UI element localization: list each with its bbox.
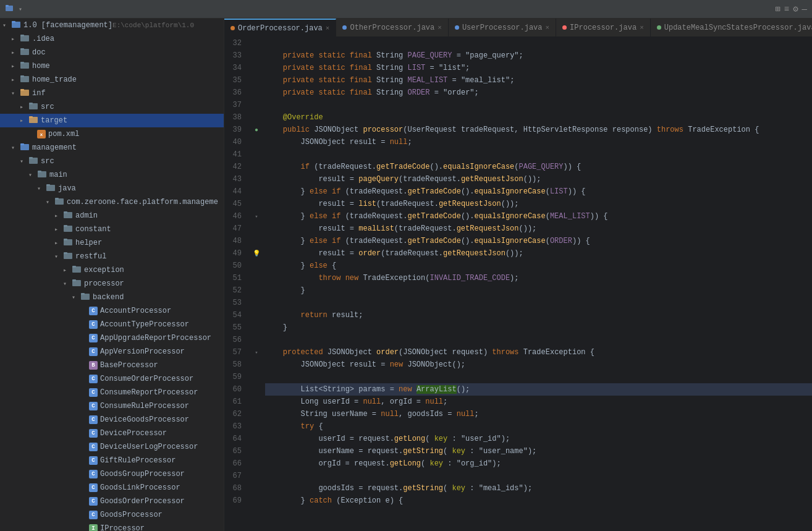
sidebar-item-DeviceUserLogProcessor[interactable]: CDeviceUserLogProcessor — [0, 440, 224, 454]
sidebar-item-processor[interactable]: ▾processor — [0, 277, 224, 291]
item-label-DeviceUserLogProcessor: DeviceUserLogProcessor — [100, 443, 198, 451]
sidebar-item-target[interactable]: ▸target — [0, 114, 224, 127]
gutter-cell — [250, 148, 263, 161]
gutter-cell — [250, 185, 263, 198]
item-label-mgmt_main: main — [49, 171, 67, 179]
sidebar-item-DeviceGoodsProcessor[interactable]: CDeviceGoodsProcessor — [0, 413, 224, 427]
code-line: public JSONObject processor(UserRequest … — [265, 124, 812, 136]
sidebar-item-GoodsProcessor[interactable]: CGoodsProcessor — [0, 508, 224, 522]
fold-icon[interactable]: ▾ — [255, 213, 258, 220]
class-icon: C — [89, 470, 98, 478]
sidebar-item-mgmt_src[interactable]: ▾src — [0, 155, 224, 168]
sidebar-item-home_trade[interactable]: ▸home_trade — [0, 73, 224, 87]
gutter-cell — [250, 371, 263, 383]
sidebar-item-GoodsOrderProcessor[interactable]: CGoodsOrderProcessor — [0, 495, 224, 508]
sidebar-item-pom_xml[interactable]: xpom.xml — [0, 127, 224, 141]
sidebar-item-GoodsLinkProcessor[interactable]: CGoodsLinkProcessor — [0, 481, 224, 495]
item-label-AccountProcessor: AccountProcessor — [100, 307, 171, 315]
sidebar-item-com_pkg[interactable]: ▾com.zeroone.face.platform.manageme — [0, 195, 224, 209]
gutter-cell — [250, 198, 263, 210]
svg-rect-33 — [64, 239, 67, 240]
gutter-cell: ▾ — [250, 346, 263, 359]
sidebar-item-root[interactable]: ▾1.0 [facemanagement] E:\code\platform\1… — [0, 19, 224, 32]
sidebar-item-GiftRuleProcessor[interactable]: CGiftRuleProcessor — [0, 454, 224, 467]
folder-icon — [46, 182, 56, 195]
sidebar-item-ConsumeReportProcessor[interactable]: CConsumeReportProcessor — [0, 386, 224, 399]
code-editor[interactable]: 3233343536373839404142434445464748495051… — [224, 37, 812, 531]
folder-icon — [63, 223, 73, 236]
item-label-target: target — [41, 116, 67, 125]
item-label-DeviceProcessor: DeviceProcessor — [100, 429, 167, 438]
class-icon: C — [89, 511, 98, 519]
gutter-cell — [250, 37, 263, 49]
svg-rect-41 — [81, 293, 85, 295]
sidebar-item-exception[interactable]: ▸exception — [0, 263, 224, 277]
settings-icon[interactable]: ⚙ — [793, 4, 798, 14]
sidebar-item-mgmt_java[interactable]: ▾java — [0, 182, 224, 195]
sidebar-item-management[interactable]: ▾management — [0, 141, 224, 155]
lines-icon[interactable]: ≡ — [784, 4, 789, 14]
code-line: } catch (Exception e) { — [265, 495, 812, 507]
sidebar-item-doc[interactable]: ▸doc — [0, 46, 224, 59]
chevron-down-icon[interactable]: ▾ — [19, 6, 22, 13]
tab-close-UserProcessor[interactable]: × — [546, 24, 550, 32]
sidebar-item-GoodsGroupProcessor[interactable]: CGoodsGroupProcessor — [0, 467, 224, 481]
tab-OtherProcessor[interactable]: OtherProcessor.java× — [336, 19, 448, 36]
sidebar-item-ConsumeOrderProcessor[interactable]: CConsumeOrderProcessor — [0, 372, 224, 386]
tab-label: OtherProcessor.java — [350, 23, 434, 32]
line-number: 36 — [224, 87, 245, 99]
sidebar-item-AppVersionProcessor[interactable]: CAppVersionProcessor — [0, 345, 224, 359]
sidebar-item-backend[interactable]: ▾backend — [0, 291, 224, 304]
tab-IProcessor[interactable]: IProcessor.java× — [556, 19, 651, 36]
sidebar-item-src[interactable]: ▸src — [0, 100, 224, 114]
sidebar-item-helper[interactable]: ▸helper — [0, 236, 224, 250]
tab-close-IProcessor[interactable]: × — [640, 24, 644, 32]
sidebar-item-mgmt_main[interactable]: ▾main — [0, 168, 224, 182]
tab-close-OtherProcessor[interactable]: × — [438, 24, 442, 32]
gutter-cell — [250, 482, 263, 495]
sidebar-item-idea[interactable]: ▸.idea — [0, 32, 224, 46]
sidebar-item-ConsumeRuleProcessor[interactable]: CConsumeRuleProcessor — [0, 399, 224, 413]
gutter: ●▾💡▾ — [250, 37, 263, 507]
sidebar-item-DeviceProcessor[interactable]: CDeviceProcessor — [0, 427, 224, 440]
tab-UpdateMealSyncStatesProcessor[interactable]: UpdateMealSyncStatesProcessor.java× — [651, 19, 812, 36]
sidebar-item-restful[interactable]: ▾restful — [0, 250, 224, 263]
project-label: ▾ — [5, 4, 22, 15]
sidebar-item-AccountTypeProcessor[interactable]: CAccountTypeProcessor — [0, 318, 224, 331]
line-number: 57 — [224, 346, 245, 359]
item-label-AppVersionProcessor: AppVersionProcessor — [100, 347, 185, 356]
sidebar-item-admin[interactable]: ▸admin — [0, 209, 224, 223]
code-line: List<String> params = new ArrayList(); — [265, 383, 812, 396]
item-label-management: management — [32, 143, 77, 152]
sidebar-item-constant[interactable]: ▸constant — [0, 223, 224, 236]
code-line: } — [265, 284, 812, 297]
fold-icon[interactable]: ▾ — [255, 349, 258, 356]
line-number: 44 — [224, 185, 245, 198]
item-label-admin: admin — [75, 211, 98, 220]
item-label-AccountTypeProcessor: AccountTypeProcessor — [100, 320, 189, 329]
gutter-cell — [250, 457, 263, 470]
tab-close-OrderProcessor[interactable]: × — [326, 25, 330, 32]
svg-rect-13 — [20, 89, 24, 91]
tab-UserProcessor[interactable]: UserProcessor.java× — [449, 19, 556, 36]
tab-OrderProcessor[interactable]: OrderProcessor.java× — [224, 19, 336, 36]
grid-icon[interactable]: ⊞ — [775, 4, 780, 14]
minimize-icon[interactable]: — — [802, 4, 807, 14]
sidebar-item-inf[interactable]: ▾inf — [0, 87, 224, 100]
code-line: userName = request.getString( key : "use… — [265, 445, 812, 457]
gutter-cell: ● — [250, 124, 263, 136]
sidebar-item-IProcessor[interactable]: IIProcessor — [0, 522, 224, 531]
class-icon: C — [89, 388, 98, 397]
line-number: 54 — [224, 309, 245, 321]
sidebar-item-AccountProcessor[interactable]: CAccountProcessor — [0, 304, 224, 318]
sidebar[interactable]: ▾1.0 [facemanagement] E:\code\platform\1… — [0, 19, 224, 531]
svg-rect-29 — [64, 211, 67, 213]
code-line: result = list(tradeRequest.getRequestJso… — [265, 198, 812, 210]
code-line: throw new TradeException(INVALID_TRADE_C… — [265, 272, 812, 284]
line-number: 50 — [224, 260, 245, 272]
item-label-constant: constant — [75, 225, 111, 234]
sidebar-item-BaseProcessor[interactable]: BBaseProcessor — [0, 359, 224, 372]
sidebar-item-home[interactable]: ▸home — [0, 59, 224, 73]
class-icon: C — [89, 307, 98, 315]
sidebar-item-AppUpgradeReportProcessor[interactable]: CAppUpgradeReportProcessor — [0, 331, 224, 345]
